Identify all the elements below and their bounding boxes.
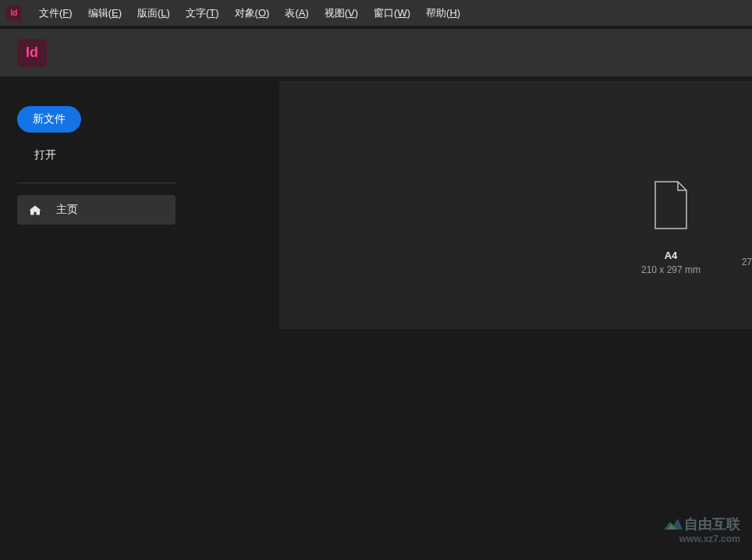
sidebar-divider [17, 183, 176, 183]
watermark: 自由互联 www.xz7.com [662, 515, 740, 544]
app-icon-small: Id [6, 5, 22, 21]
content-wrapper: 新文件 打开 主页 A4 210 x 297 mm 27 [0, 76, 752, 560]
app-icon-large: Id [17, 39, 47, 67]
preset-a4[interactable]: A4 210 x 297 mm [641, 181, 701, 329]
menu-help[interactable]: 帮助(H) [418, 2, 468, 25]
preset-area: A4 210 x 297 mm 27 [279, 81, 752, 329]
menu-edit[interactable]: 编辑(E) [80, 2, 129, 25]
menu-file[interactable]: 文件(F) [31, 2, 80, 25]
home-label: 主页 [56, 203, 78, 217]
app-icon-large-text: Id [26, 44, 38, 61]
sidebar-item-home[interactable]: 主页 [17, 195, 176, 225]
document-icon [654, 181, 687, 229]
menu-view[interactable]: 视图(V) [317, 2, 366, 25]
watermark-url: www.xz7.com [662, 533, 740, 544]
menu-window[interactable]: 窗口(W) [366, 2, 418, 25]
app-icon-text: Id [11, 9, 18, 17]
menu-table[interactable]: 表(A) [277, 2, 316, 25]
main-panel: A4 210 x 297 mm 27 [191, 79, 752, 560]
menu-object[interactable]: 对象(O) [227, 2, 278, 25]
header: Id [0, 26, 752, 76]
home-icon [28, 204, 42, 216]
watermark-brand: 自由互联 [662, 515, 740, 533]
open-button[interactable]: 打开 [17, 142, 73, 168]
menubar: Id 文件(F) 编辑(E) 版面(L) 文字(T) 对象(O) 表(A) 视图… [0, 0, 752, 26]
menu-layout[interactable]: 版面(L) [129, 2, 178, 25]
watermark-icon [662, 516, 684, 533]
new-file-button[interactable]: 新文件 [17, 106, 81, 133]
preset-size: 210 x 297 mm [641, 264, 701, 275]
menu-type[interactable]: 文字(T) [178, 2, 227, 25]
partial-next-preset: 27 [742, 257, 752, 268]
sidebar: 新文件 打开 主页 [0, 79, 191, 560]
preset-title: A4 [641, 250, 701, 261]
